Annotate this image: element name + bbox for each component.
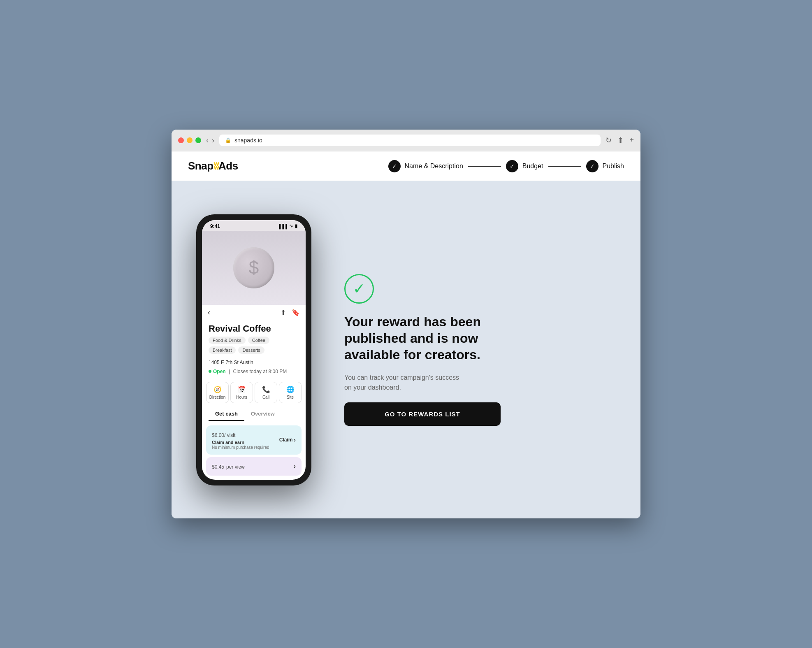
status-right: ▐▐▐ ∿ ▮ xyxy=(278,223,297,229)
stepper: ✓ Name & Description ✓ Budget ✓ Publish xyxy=(388,160,624,172)
reward-sub-blue: Claim and earn xyxy=(212,440,269,445)
business-name: Revival Coffee xyxy=(202,320,306,337)
phone-nav-bar: ‹ ⬆ 🔖 xyxy=(202,305,306,320)
address: 1405 E 7th St Austin xyxy=(202,358,306,367)
step-label-name-desc: Name & Description xyxy=(405,163,463,170)
step-check-publish: ✓ xyxy=(586,160,599,172)
step-label-publish: Publish xyxy=(603,163,624,170)
go-to-rewards-button[interactable]: GO TO REWARDS LIST xyxy=(344,402,501,426)
action-buttons: 🧭 Direction 📅 Hours 📞 Call 🌐 Site xyxy=(202,379,306,407)
phone-hero: $ xyxy=(202,231,306,305)
step-check-name-desc: ✓ xyxy=(388,160,401,172)
tags: Food & Drinks Coffee Breakfast Desserts xyxy=(202,337,306,358)
step-line-1 xyxy=(468,166,501,167)
battery-icon: ▮ xyxy=(295,223,297,229)
new-tab-icon[interactable]: + xyxy=(629,136,634,145)
step-publish: ✓ Publish xyxy=(586,160,624,172)
step-line-2 xyxy=(548,166,581,167)
address-bar[interactable]: 🔒 snapads.io xyxy=(219,135,601,146)
close-time: Closes today at 8:00 PM xyxy=(233,369,287,374)
tag-food: Food & Drinks xyxy=(209,337,246,344)
browser-actions: ↻ ⬆ + xyxy=(606,136,634,145)
browser-window: ‹ › 🔒 snapads.io ↻ ⬆ + SnapʬAds ✓ Name &… xyxy=(172,130,640,518)
reward-card-blue: $6.00/ visit Claim and earn No minimum p… xyxy=(206,425,302,455)
reward-card-purple-info: $0.45 per view xyxy=(212,462,245,471)
site-icon: 🌐 xyxy=(286,386,295,393)
reload-icon[interactable]: ↻ xyxy=(606,136,612,145)
close-info: | xyxy=(227,369,232,374)
tag-desserts: Desserts xyxy=(238,346,264,354)
back-arrow[interactable]: ‹ xyxy=(208,308,210,317)
step-budget: ✓ Budget xyxy=(506,160,543,172)
phone-mockup: 9:41 ▐▐▐ ∿ ▮ $ ‹ ⬆ 🔖 xyxy=(196,214,311,485)
phone-screen: 9:41 ▐▐▐ ∿ ▮ $ ‹ ⬆ 🔖 xyxy=(202,220,306,480)
step-label-budget: Budget xyxy=(522,163,543,170)
hours-label: Hours xyxy=(236,395,247,399)
nav-forward[interactable]: › xyxy=(212,136,214,145)
success-title: Your reward has been published and is no… xyxy=(344,314,492,363)
tab-get-cash[interactable]: Get cash xyxy=(209,407,244,421)
lock-icon: 🔒 xyxy=(225,137,231,143)
share-icon-phone[interactable]: ⬆ xyxy=(281,309,286,316)
dollar-coin: $ xyxy=(233,247,274,288)
claim-chevron: › xyxy=(294,437,296,443)
call-icon: 📞 xyxy=(262,386,270,393)
site-label: Site xyxy=(287,395,294,399)
reward-note-blue: No minimum purchase required xyxy=(212,445,269,450)
logo-snap: Snap xyxy=(188,160,213,172)
share-icon[interactable]: ⬆ xyxy=(617,136,624,145)
logo: SnapʬAds xyxy=(188,160,238,172)
tab-overview[interactable]: Overview xyxy=(244,407,281,421)
open-dot xyxy=(209,370,211,373)
claim-button-blue[interactable]: Claim › xyxy=(279,437,296,443)
step-name-desc: ✓ Name & Description xyxy=(388,160,463,172)
hours-icon: 📅 xyxy=(238,386,246,393)
nav-icons: ⬆ 🔖 xyxy=(281,309,300,316)
tabs-row: Get cash Overview xyxy=(209,407,299,421)
status-row: Open | Closes today at 8:00 PM xyxy=(202,367,306,379)
reward-card-purple: $0.45 per view › xyxy=(206,457,302,476)
url-text: snapads.io xyxy=(234,137,262,144)
browser-chrome: ‹ › 🔒 snapads.io ↻ ⬆ + xyxy=(172,130,640,151)
claim-button-purple[interactable]: › xyxy=(294,463,296,469)
wifi-icon: ∿ xyxy=(289,223,293,229)
open-text: Open xyxy=(213,369,226,374)
app-header: SnapʬAds ✓ Name & Description ✓ Budget ✓… xyxy=(172,151,640,181)
purple-chevron: › xyxy=(294,463,296,469)
traffic-light-red[interactable] xyxy=(178,137,184,143)
reward-card-blue-info: $6.00/ visit Claim and earn No minimum p… xyxy=(212,430,269,450)
direction-label: Direction xyxy=(209,395,225,399)
action-hours[interactable]: 📅 Hours xyxy=(230,382,253,403)
call-label: Call xyxy=(262,395,269,399)
nav-back[interactable]: ‹ xyxy=(206,136,209,145)
nav-arrows: ‹ › xyxy=(206,136,214,145)
direction-icon: 🧭 xyxy=(213,386,222,393)
action-site[interactable]: 🌐 Site xyxy=(279,382,302,403)
traffic-lights xyxy=(178,137,201,143)
bookmark-icon[interactable]: 🔖 xyxy=(292,309,300,316)
reward-price-blue: $6.00/ visit xyxy=(212,430,269,439)
traffic-light-green[interactable] xyxy=(195,137,201,143)
success-icon: ✓ xyxy=(344,274,374,304)
phone-time: 9:41 xyxy=(210,223,220,229)
action-call[interactable]: 📞 Call xyxy=(255,382,277,403)
traffic-light-yellow[interactable] xyxy=(187,137,193,143)
right-panel: ✓ Your reward has been published and is … xyxy=(344,274,616,426)
step-check-budget: ✓ xyxy=(506,160,518,172)
tag-breakfast: Breakfast xyxy=(209,346,236,354)
logo-ads: Ads xyxy=(218,160,238,172)
reward-price-purple: $0.45 per view xyxy=(212,462,245,471)
phone-status-bar: 9:41 ▐▐▐ ∿ ▮ xyxy=(202,220,306,231)
success-subtitle: You can track your campaign's success on… xyxy=(344,373,468,393)
signal-icon: ▐▐▐ xyxy=(278,224,287,229)
tag-coffee: Coffee xyxy=(248,337,269,344)
logo-accent: ʬ xyxy=(213,160,219,172)
main-content: 9:41 ▐▐▐ ∿ ▮ $ ‹ ⬆ 🔖 xyxy=(172,181,640,518)
action-direction[interactable]: 🧭 Direction xyxy=(206,382,229,403)
